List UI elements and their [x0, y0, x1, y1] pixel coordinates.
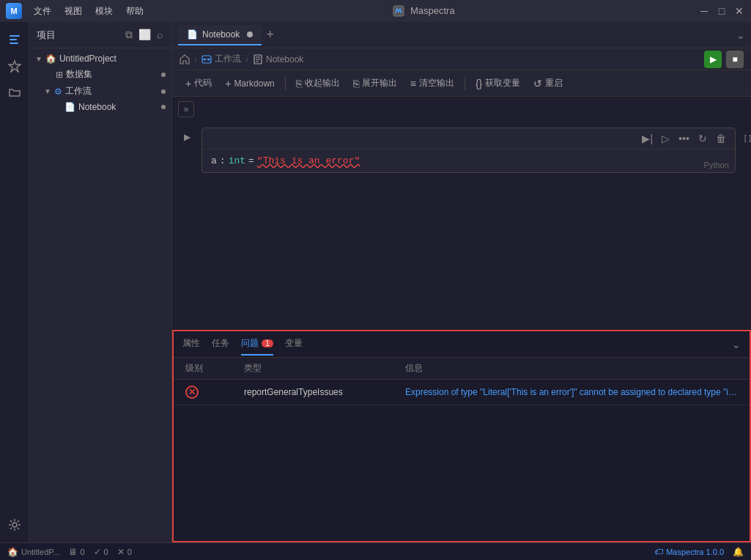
cell-redo-button[interactable]: ↻ [695, 131, 710, 146]
tree-dot-dataset [161, 73, 166, 77]
bottom-tab-issues-label: 问题 [241, 337, 259, 350]
code-line: a: int = "This is an error" [211, 155, 726, 166]
breadcrumb-home[interactable] [180, 54, 190, 65]
bottom-tab-properties[interactable]: 属性 [182, 333, 200, 355]
sidebar-nav-icon[interactable] [3, 28, 26, 51]
status-bell[interactable]: 🔔 [733, 547, 744, 557]
vars-icon: {} [476, 78, 482, 89]
project-panel-title: 项目 [37, 29, 56, 42]
add-markdown-label: Markdown [234, 78, 274, 89]
tree-label-notebook: Notebook [78, 102, 158, 112]
bottom-tabs: 属性 任务 问题 1 变量 ⌄ [174, 331, 750, 358]
panel-paste-btn[interactable]: ⬜ [137, 27, 152, 43]
panel-copy-btn[interactable]: ⧉ [124, 27, 134, 43]
menu-file[interactable]: 文件 [28, 4, 57, 19]
menu-view[interactable]: 视图 [59, 4, 88, 19]
issue-type-0: reportGeneralTypeIssues [244, 387, 405, 397]
cell-number: [ ] [739, 128, 751, 173]
tree-item-workflow[interactable]: ▼ ⚙ 工作流 [29, 83, 171, 100]
add-markdown-button[interactable]: + Markdown [219, 75, 281, 92]
chevron-down-icon-workflow: ▼ [44, 87, 51, 95]
cell-run-all-above-button[interactable]: ▶| [639, 131, 656, 146]
svg-point-7 [204, 58, 206, 60]
issue-row-0[interactable]: ✕ reportGeneralTypeIssues Expression of … [174, 380, 750, 405]
restart-button[interactable]: ↺ 重启 [528, 75, 569, 92]
sidebar-settings-icon[interactable] [3, 513, 26, 537]
expand-icon: ⎘ [353, 78, 359, 89]
get-vars-button[interactable]: {} 获取变量 [470, 75, 526, 92]
clear-output-label: 清空输出 [419, 77, 454, 89]
maximize-button[interactable]: □ [716, 5, 728, 17]
bottom-tab-issues[interactable]: 问题 1 [241, 333, 273, 355]
minimize-button[interactable]: ─ [698, 5, 710, 17]
cell-collapse-area: » [172, 97, 751, 122]
breadcrumb-workflow[interactable]: 工作流 [201, 53, 241, 65]
plus-icon-md: + [225, 78, 231, 89]
breadcrumb-workflow-label: 工作流 [215, 53, 241, 65]
workflow-icon: ⚙ [54, 86, 62, 97]
breadcrumb-bar: › 工作流 › Notebook ▶ ■ [172, 48, 751, 70]
expand-output-button[interactable]: ⎘ 展开输出 [347, 75, 403, 92]
svg-rect-2 [10, 39, 17, 40]
titlebar-left: M 文件 视图 模块 帮助 [6, 3, 149, 19]
collapse-output-label: 收起输出 [305, 77, 340, 89]
add-code-button[interactable]: + 代码 [180, 75, 218, 92]
app-logo: M [6, 3, 22, 19]
bottom-tab-tasks[interactable]: 任务 [212, 333, 229, 355]
issue-info-0: Expression of type "Literal['This is an … [405, 387, 738, 397]
get-vars-label: 获取变量 [485, 77, 520, 89]
expand-output-label: 展开输出 [362, 77, 397, 89]
sidebar-folder-icon[interactable] [3, 81, 26, 104]
issues-badge: 1 [262, 339, 273, 347]
cell-more-button[interactable]: ••• [676, 131, 692, 146]
bottom-panel-more-button[interactable]: ⌄ [732, 339, 741, 350]
breadcrumb-sep-1: › [194, 54, 197, 65]
tree-item-notebook[interactable]: 📄 Notebook [29, 100, 171, 114]
sidebar-star-icon[interactable] [3, 54, 26, 78]
close-button[interactable]: ✕ [733, 5, 745, 17]
menu-help[interactable]: 帮助 [120, 4, 149, 19]
cell-run-below-button[interactable]: ▷ [659, 131, 673, 146]
breadcrumb-notebook-label: Notebook [266, 54, 303, 65]
code-assign: = [248, 155, 254, 166]
panel-search-btn[interactable]: ⌕ [155, 27, 164, 43]
tree-item-untitledproject[interactable]: ▼ 🏠 UntitledProject [29, 51, 171, 66]
tab-more-button[interactable]: ⌄ [736, 29, 745, 41]
toolbar: + 代码 + Markdown ⎘ 收起输出 ⎘ 展开输出 ≡ 清空输出 [172, 70, 751, 97]
tab-notebook[interactable]: 📄 Notebook [178, 25, 262, 45]
code-type-int: int [229, 155, 245, 166]
status-ok-icon: ✓ [94, 547, 101, 557]
cell-content[interactable]: ▶| ▷ ••• ↻ 🗑 a: int = "This is an error" [201, 128, 736, 173]
clear-icon: ≡ [410, 78, 416, 89]
restart-icon: ↺ [533, 78, 542, 89]
folder-icon: 🏠 [45, 54, 56, 64]
notebook-area[interactable]: » ▶ ▶| ▷ ••• ↻ 🗑 a: [172, 97, 751, 330]
run-button[interactable]: ▶ [704, 51, 722, 68]
bottom-table-header: 级别 类型 信息 [174, 358, 750, 380]
issue-level-0: ✕ [185, 386, 244, 399]
collapse-panel-button[interactable]: » [178, 101, 194, 117]
bottom-table-body: ✕ reportGeneralTypeIssues Expression of … [174, 380, 750, 541]
stop-button[interactable]: ■ [726, 51, 744, 68]
status-brand-label: Maspectra 1.0.0 [666, 548, 724, 556]
cell-delete-button[interactable]: 🗑 [713, 131, 729, 146]
status-right: 🏷 Maspectra 1.0.0 🔔 [654, 547, 744, 557]
clear-output-button[interactable]: ≡ 清空输出 [404, 75, 460, 92]
tab-notebook-icon: 📄 [187, 29, 198, 40]
collapse-output-button[interactable]: ⎘ 收起输出 [290, 75, 346, 92]
breadcrumb-sep-2: › [245, 54, 248, 65]
breadcrumb-notebook[interactable]: Notebook [253, 54, 303, 65]
icon-sidebar [0, 22, 29, 542]
cell-language-label: Python [704, 161, 729, 169]
cell-code-area[interactable]: a: int = "This is an error" [202, 150, 735, 172]
tab-dot [247, 32, 253, 37]
add-code-label: 代码 [194, 77, 212, 89]
toolbar-sep-2 [465, 77, 465, 90]
menu-module[interactable]: 模块 [89, 4, 119, 19]
status-server: 🖥 0 [68, 547, 84, 557]
tab-add-button[interactable]: + [266, 27, 274, 43]
code-colon: : [220, 155, 226, 166]
cell-run-button[interactable]: ▶ [179, 129, 195, 145]
bottom-tab-variables[interactable]: 变量 [285, 333, 303, 355]
tree-item-dataset[interactable]: ⊞ 数据集 [29, 66, 171, 83]
